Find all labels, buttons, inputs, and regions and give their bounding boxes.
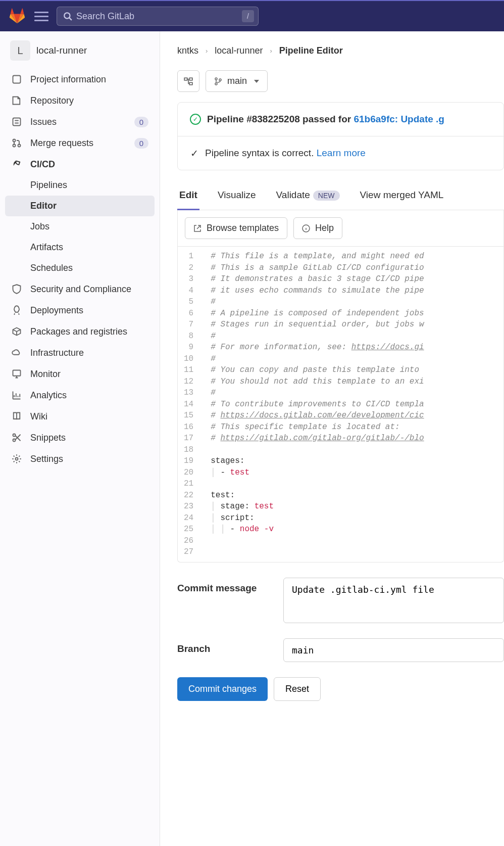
status-passed-icon: ✓ [190,114,201,125]
issues-icon [11,116,22,127]
branch-icon [214,77,222,85]
branch-selector[interactable]: main [206,70,268,92]
svg-point-15 [215,83,217,85]
nav-packages[interactable]: Packages and registries [0,321,160,342]
bc-group[interactable]: kntks [177,45,198,56]
chevron-right-icon: › [206,47,208,55]
nav-label: Merge requests [30,138,93,149]
nav-issues[interactable]: Issues 0 [0,111,160,132]
button-label: Browse templates [207,223,279,233]
reset-button[interactable]: Reset [274,677,321,701]
svg-point-14 [215,78,217,80]
tab-visualize[interactable]: Visualize [216,185,258,210]
sub-schedules[interactable]: Schedules [0,258,160,278]
book-icon [11,411,22,422]
nav-repository[interactable]: Repository [0,90,160,111]
help-button[interactable]: Help [293,217,342,239]
file-tree-button[interactable] [177,70,199,92]
nav-wiki[interactable]: Wiki [0,406,160,427]
branch-input[interactable] [283,638,504,662]
nav-cicd[interactable]: CI/CD [0,154,160,175]
search-box[interactable]: / [57,7,259,26]
rocket-icon [11,159,22,170]
svg-point-5 [13,145,16,147]
sub-editor[interactable]: Editor [5,196,155,216]
issues-badge: 0 [134,117,148,127]
check-icon: ✓ [190,149,199,158]
syntax-status-text: Pipeline syntax is correct. Learn more [205,148,366,159]
nav-label: Snippets [30,433,66,443]
pipeline-commit-link[interactable]: 61b6a9fc: Update .g [354,114,444,124]
svg-point-6 [18,145,21,147]
file-tree-icon [184,77,193,86]
nav-merge-requests[interactable]: Merge requests 0 [0,132,160,154]
svg-line-1 [69,18,72,20]
search-input[interactable] [76,11,252,22]
nav-label: Monitor [30,369,61,380]
chevron-right-icon: › [270,47,272,55]
nav-monitor[interactable]: Monitor [0,363,160,385]
code-content[interactable]: # This file is a template, and might nee… [203,250,503,559]
button-label: Help [315,223,334,233]
menu-icon[interactable] [34,9,48,23]
gitlab-logo-icon[interactable] [8,7,26,25]
repository-icon [11,95,22,106]
mr-badge: 0 [134,138,148,149]
nav-label: Analytics [30,390,67,401]
nav-label: CI/CD [30,159,55,170]
gear-icon [11,453,22,464]
nav-security[interactable]: Security and Compliance [0,278,160,300]
nav-label: Wiki [30,411,47,422]
sub-pipelines[interactable]: Pipelines [0,175,160,196]
nav-label: Security and Compliance [30,284,131,295]
svg-rect-12 [189,78,192,80]
breadcrumb: kntks › local-runner › Pipeline Editor [177,45,504,56]
nav-label: Issues [30,117,57,127]
sub-jobs[interactable]: Jobs [0,216,160,237]
code-editor[interactable]: 1234567891011121314151617181920212223242… [178,246,503,562]
monitor-icon [11,368,22,380]
sub-artifacts[interactable]: Artifacts [0,237,160,258]
topbar: / [0,0,504,31]
nav-project-info[interactable]: Project information [0,69,160,90]
svg-point-10 [16,458,18,460]
browse-templates-button[interactable]: Browse templates [185,217,287,239]
nav-label: Packages and registries [30,326,127,337]
svg-point-0 [64,13,70,18]
cloud-icon [11,347,22,358]
scissors-icon [11,432,22,443]
bc-project[interactable]: local-runner [215,45,263,56]
pipeline-status-box: ✓ Pipeline #838225208 passed for 61b6a9f… [177,102,504,170]
svg-rect-13 [189,82,192,85]
sidebar: L local-runner Project information Repos… [0,31,160,846]
nav-label: Project information [30,74,106,85]
project-name[interactable]: local-runner [36,45,87,56]
merge-icon [11,137,22,149]
shortcut-badge: / [242,10,254,22]
package-icon [11,326,22,337]
tab-edit[interactable]: Edit [177,185,199,210]
svg-rect-3 [13,118,21,126]
commit-message-input[interactable] [283,578,504,623]
editor-tabs: Edit Visualize ValidateNEW View merged Y… [177,185,504,210]
search-icon [63,12,72,21]
nav-analytics[interactable]: Analytics [0,385,160,406]
tab-merged-yaml[interactable]: View merged YAML [358,185,446,210]
commit-changes-button[interactable]: Commit changes [177,677,268,701]
nav-label: Infrastructure [30,348,84,358]
nav-settings[interactable]: Settings [0,448,160,469]
nav-snippets[interactable]: Snippets [0,427,160,448]
nav-deployments[interactable]: Deployments [0,300,160,321]
project-icon [11,74,22,85]
bc-page: Pipeline Editor [279,45,343,56]
chart-icon [11,390,22,401]
shield-icon [11,284,22,295]
info-icon [302,224,310,232]
line-numbers: 1234567891011121314151617181920212223242… [178,250,203,559]
learn-more-link[interactable]: Learn more [317,148,366,158]
svg-rect-7 [13,370,21,376]
nav-infrastructure[interactable]: Infrastructure [0,342,160,363]
tab-validate[interactable]: ValidateNEW [274,185,342,210]
nav-label: Settings [30,454,63,464]
commit-message-label: Commit message [177,578,273,594]
